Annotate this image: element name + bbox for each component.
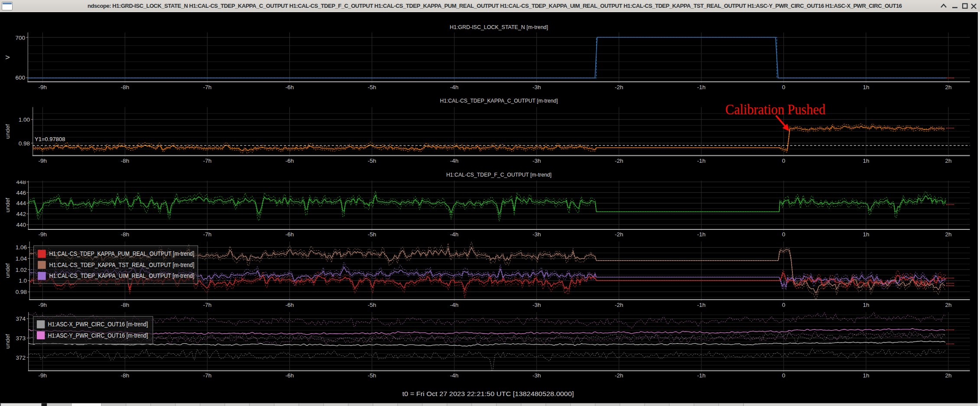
svg-text:1.0: 1.0 [19, 277, 27, 284]
svg-text:1.04: 1.04 [16, 255, 27, 262]
svg-text:-2h: -2h [615, 372, 623, 379]
svg-text:V: V [4, 55, 11, 59]
svg-text:0.98: 0.98 [16, 289, 27, 295]
svg-text:374: 374 [16, 316, 26, 322]
svg-text:H1:ASC-X_PWR_CIRC_OUT16 [m-tre: H1:ASC-X_PWR_CIRC_OUT16 [m-trend] [48, 321, 148, 328]
svg-text:1.06: 1.06 [16, 244, 27, 251]
svg-text:-9h: -9h [39, 302, 47, 308]
svg-text:-7h: -7h [203, 84, 212, 90]
svg-text:t0 = Fri Oct 27 2023 22:21:50: t0 = Fri Oct 27 2023 22:21:50 UTC [13824… [402, 390, 574, 397]
svg-text:1h: 1h [863, 158, 869, 164]
svg-text:1.00: 1.00 [19, 116, 30, 123]
svg-text:-7h: -7h [203, 372, 212, 379]
svg-text:H1:ASC-Y_PWR_CIRC_OUT16 [m-tre: H1:ASC-Y_PWR_CIRC_OUT16 [m-trend] [48, 332, 148, 339]
svg-text:0: 0 [782, 231, 785, 238]
svg-text:-8h: -8h [121, 302, 130, 308]
svg-text:600: 600 [15, 74, 25, 81]
svg-text:1h: 1h [863, 302, 869, 308]
svg-text:0: 0 [782, 158, 785, 164]
svg-text:446: 446 [16, 190, 26, 196]
svg-text:-6h: -6h [286, 231, 294, 238]
svg-text:-9h: -9h [39, 231, 47, 238]
svg-text:H1:CAL-CS_TDEP_KAPPA_UIM_REAL_: H1:CAL-CS_TDEP_KAPPA_UIM_REAL_OUTPUT [m-… [49, 272, 194, 279]
svg-text:-1h: -1h [697, 302, 706, 308]
svg-text:-1h: -1h [697, 84, 706, 90]
svg-text:undef: undef [4, 263, 11, 278]
svg-text:2h: 2h [945, 158, 951, 164]
svg-text:1.02: 1.02 [16, 267, 27, 273]
svg-text:H1:GRD-ISC_LOCK_STATE_N [m-tre: H1:GRD-ISC_LOCK_STATE_N [m-trend] [450, 24, 548, 30]
svg-text:-9h: -9h [39, 372, 47, 379]
svg-text:-2h: -2h [615, 158, 623, 164]
svg-text:-4h: -4h [450, 302, 459, 308]
svg-text:-9h: -9h [39, 158, 47, 164]
svg-text:undef: undef [4, 334, 11, 349]
svg-text:-6h: -6h [286, 372, 294, 379]
svg-text:442: 442 [16, 211, 26, 217]
svg-text:372: 372 [16, 354, 26, 361]
svg-text:-2h: -2h [615, 302, 623, 308]
svg-text:-7h: -7h [203, 158, 212, 164]
svg-text:-3h: -3h [532, 302, 541, 308]
svg-text:-3h: -3h [532, 84, 541, 90]
svg-text:H1:CAL-CS_TDEP_KAPPA_C_OUTPUT: H1:CAL-CS_TDEP_KAPPA_C_OUTPUT [m-trend] [440, 97, 558, 104]
svg-text:373: 373 [16, 335, 26, 342]
svg-text:-5h: -5h [368, 231, 376, 238]
svg-text:-5h: -5h [368, 158, 376, 164]
svg-text:H1:CAL-CS_TDEP_KAPPA_PUM_REAL_: H1:CAL-CS_TDEP_KAPPA_PUM_REAL_OUTPUT [m-… [49, 250, 194, 257]
svg-text:H1:CAL-CS_TDEP_KAPPA_TST_REAL_: H1:CAL-CS_TDEP_KAPPA_TST_REAL_OUTPUT [m-… [49, 261, 194, 268]
svg-text:-7h: -7h [203, 231, 212, 238]
svg-text:700: 700 [15, 35, 25, 41]
svg-text:-5h: -5h [368, 302, 376, 308]
svg-text:-9h: -9h [39, 84, 47, 90]
svg-text:-4h: -4h [450, 158, 459, 164]
svg-text:1h: 1h [863, 84, 869, 90]
svg-text:2h: 2h [945, 84, 951, 90]
svg-text:undef: undef [4, 124, 11, 139]
svg-text:-5h: -5h [368, 372, 376, 379]
svg-text:1h: 1h [863, 231, 869, 238]
svg-text:0: 0 [782, 84, 785, 90]
svg-text:undef: undef [4, 198, 11, 213]
svg-text:-8h: -8h [121, 372, 130, 379]
svg-text:-2h: -2h [615, 231, 623, 238]
svg-text:H1:CAL-CS_TDEP_F_C_OUTPUT [m-t: H1:CAL-CS_TDEP_F_C_OUTPUT [m-trend] [446, 171, 552, 178]
svg-text:Y1=0.97808: Y1=0.97808 [35, 136, 65, 142]
svg-text:0.98: 0.98 [19, 140, 30, 147]
svg-text:-4h: -4h [450, 372, 459, 379]
svg-text:0: 0 [782, 372, 785, 379]
svg-text:448: 448 [16, 179, 26, 185]
svg-text:-5h: -5h [368, 84, 376, 90]
svg-text:2h: 2h [945, 372, 951, 379]
svg-text:-1h: -1h [697, 372, 706, 379]
svg-text:-8h: -8h [121, 231, 130, 238]
svg-text:-3h: -3h [532, 372, 541, 379]
svg-text:-7h: -7h [203, 302, 212, 308]
svg-text:440: 440 [16, 222, 26, 228]
svg-text:-8h: -8h [121, 84, 130, 90]
svg-text:-4h: -4h [450, 231, 459, 238]
svg-text:-6h: -6h [286, 302, 294, 308]
svg-text:-6h: -6h [286, 84, 294, 90]
svg-text:-3h: -3h [532, 158, 541, 164]
svg-text:0: 0 [782, 302, 785, 308]
svg-text:-2h: -2h [615, 84, 623, 90]
svg-text:2h: 2h [945, 302, 951, 308]
svg-text:-6h: -6h [286, 158, 294, 164]
svg-text:-8h: -8h [121, 158, 130, 164]
svg-text:-1h: -1h [697, 231, 706, 238]
svg-text:-4h: -4h [450, 84, 459, 90]
svg-text:2h: 2h [945, 231, 951, 238]
svg-text:1h: 1h [863, 372, 869, 379]
svg-text:-1h: -1h [697, 158, 706, 164]
svg-text:-3h: -3h [532, 231, 541, 238]
svg-text:444: 444 [16, 200, 26, 206]
svg-text:Calibration Pushed: Calibration Pushed [725, 102, 825, 117]
